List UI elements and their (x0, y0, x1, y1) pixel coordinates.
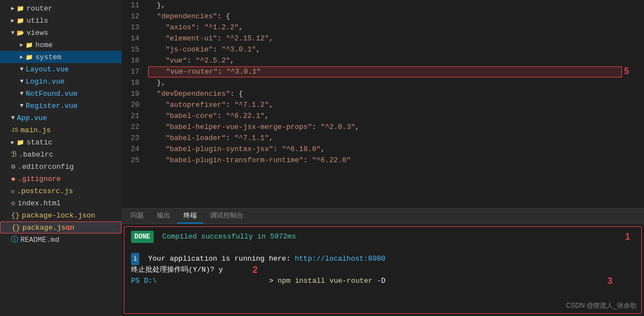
terminal-tabs: 问题 输出 终端 调试控制台 (122, 209, 644, 224)
folder-icon: 📁 (25, 42, 33, 49)
code-line-20: "autoprefixer": "^7.1.2", (148, 100, 622, 111)
sidebar-item-readme[interactable]: ⓘ README.md (0, 234, 122, 246)
sidebar-item-system[interactable]: ▶ 📁 system (0, 51, 122, 63)
gear-icon: ⚙ (11, 162, 15, 171)
sidebar-label: App.vue (17, 114, 48, 122)
sidebar-item-login-vue[interactable]: ▼ Login.vue (0, 75, 122, 87)
vue-icon: ▼ (20, 66, 24, 72)
terminal-line-done: DONE Compiled successfully in 5972ms 1 (131, 231, 635, 242)
sidebar-label: .babelrc (19, 151, 53, 159)
sidebar-item-static[interactable]: ▶ 📁 static (0, 136, 122, 148)
compile-message: Compiled successfully in 5972ms (158, 231, 296, 242)
code-line-14: "element-ui": "^2.15.12", (148, 33, 622, 44)
sidebar-label: system (35, 53, 61, 61)
sidebar-item-package-json[interactable]: {} package.json 4 (0, 221, 122, 234)
sidebar-item-editorconfig[interactable]: ⚙ .editorconfig (0, 160, 122, 173)
annotation-1: 1 (625, 231, 630, 242)
sidebar-label: .gitignore (18, 175, 61, 183)
app-url-message: Your application is running here: (144, 253, 295, 265)
terminal-line-empty (131, 242, 635, 253)
terminal-line-npm: PS D:\ > npm install vue-router -D 3 (131, 276, 635, 287)
info-icon: ⓘ (11, 235, 18, 245)
sidebar-label: NotFound.vue (26, 90, 78, 98)
js-icon: ◇ (11, 188, 15, 195)
npm-flag: -D (373, 276, 385, 287)
folder-open-icon: 📂 (17, 29, 24, 37)
sidebar-item-views[interactable]: ▼ 📂 views (0, 27, 122, 39)
code-line-18: }, (148, 77, 622, 89)
folder-icon: 📁 (17, 139, 24, 146)
sidebar-label: views (27, 29, 48, 37)
npm-command: npm install vue-router (278, 276, 373, 287)
annotation-3: 3 (608, 276, 612, 287)
sidebar-label: package-lock.json (22, 211, 96, 220)
annotation-2: 2 (253, 265, 258, 276)
code-line-12: "dependencies": { (148, 11, 622, 22)
code-line-24: "babel-plugin-syntax-jsx": "^6.18.0", (148, 144, 622, 155)
path-blurred (157, 276, 269, 287)
done-badge: DONE (131, 231, 154, 243)
code-line-22: "babel-helper-vue-jsx-merge-props": "^2.… (148, 122, 622, 133)
sidebar-label: .postcssrc.js (17, 187, 73, 195)
annotation-4: 4 (66, 223, 70, 232)
sidebar-item-register-vue[interactable]: ▼ Register.vue (0, 100, 122, 112)
sidebar-item-babelrc[interactable]: ℬ .babelrc (0, 148, 122, 160)
annotation-area: 5 (622, 0, 644, 208)
file-explorer: ▶ 📁 router ▶ 📁 utils ▼ 📂 views ▶ 📁 home … (0, 0, 122, 316)
vue-icon: ▼ (20, 78, 24, 85)
code-line-17: "vue-router": "^3.0.1" 5 (148, 66, 622, 77)
main-content: 11 12 13 14 15 16 17 18 19 20 21 22 23 2… (122, 0, 644, 316)
sidebar-item-gitignore[interactable]: ◆ .gitignore (0, 173, 122, 185)
sidebar-item-router[interactable]: ▶ 📁 router (0, 2, 122, 14)
terminal-line-prompt: 终止批处理操作吗(Y/N)? y 2 (131, 265, 635, 276)
sidebar-item-utils[interactable]: ▶ 📁 utils (0, 14, 122, 27)
annotation-5-label: 5 (624, 66, 629, 76)
json-icon: {} (12, 224, 20, 232)
terminal-content: DONE Compiled successfully in 5972ms 1 i… (124, 226, 642, 314)
tab-terminal[interactable]: 终端 (177, 208, 203, 224)
sidebar-item-index-html[interactable]: ◇ index.html (0, 197, 122, 209)
code-line-11: }, (148, 0, 622, 11)
tab-debug[interactable]: 调试控制台 (203, 208, 250, 224)
terminal-line-info: i Your application is running here: http… (131, 253, 635, 265)
code-line-19: "devDependencies": { (148, 89, 622, 100)
code-line-16: "vue": "^2.5.2", (148, 55, 622, 66)
sidebar-item-home[interactable]: ▶ 📁 home (0, 39, 122, 51)
code-line-15: "js-cookie": "^3.0.1", (148, 44, 622, 55)
vue-icon: ▼ (20, 90, 24, 97)
sidebar-label: index.html (18, 199, 61, 208)
diamond-icon: ◆ (11, 174, 15, 183)
folder-icon: 📁 (17, 5, 24, 12)
code-editor: 11 12 13 14 15 16 17 18 19 20 21 22 23 2… (122, 0, 644, 208)
sidebar-label: router (27, 4, 53, 13)
sidebar-label: Register.vue (26, 102, 78, 110)
sidebar-item-notfound-vue[interactable]: ▼ NotFound.vue (0, 87, 122, 100)
sidebar-item-postcssrc[interactable]: ◇ .postcssrc.js (0, 185, 122, 197)
js-icon: JS (11, 127, 18, 133)
sidebar-item-package-lock-json[interactable]: {} package-lock.json (0, 209, 122, 221)
watermark: CSDN @摆渡人_张余歌 (566, 300, 637, 311)
sidebar-item-app-vue[interactable]: ▼ App.vue (0, 112, 122, 124)
folder-icon: 📁 (25, 54, 33, 61)
tab-problems[interactable]: 问题 (124, 208, 150, 224)
tab-output[interactable]: 输出 (150, 208, 177, 224)
chevron-icon: ▼ (11, 30, 14, 36)
sidebar-label: README.md (20, 236, 59, 244)
chevron-icon: ▶ (11, 5, 14, 12)
cmd-arrow: > (269, 276, 278, 287)
info-badge: i (131, 253, 139, 265)
sidebar-item-layout-vue[interactable]: ▼ Layout.vue (0, 63, 122, 75)
code-line-25: "babel-plugin-transform-runtime": "^6.22… (148, 155, 622, 166)
chevron-icon: ▶ (11, 139, 14, 146)
folder-icon: 📁 (17, 17, 24, 24)
sidebar-label: static (27, 138, 53, 147)
sidebar-label: home (35, 41, 53, 49)
babelrc-icon: ℬ (11, 150, 17, 159)
sidebar-label: Login.vue (26, 77, 65, 86)
line-numbers: 11 12 13 14 15 16 17 18 19 20 21 22 23 2… (122, 0, 144, 208)
sidebar-label: utils (27, 17, 48, 25)
code-line-23: "babel-loader": "^7.1.1", (148, 133, 622, 144)
chevron-icon: ▶ (20, 54, 23, 60)
sidebar-item-main-js[interactable]: JS main.js (0, 124, 122, 136)
sidebar-label: main.js (20, 126, 51, 134)
